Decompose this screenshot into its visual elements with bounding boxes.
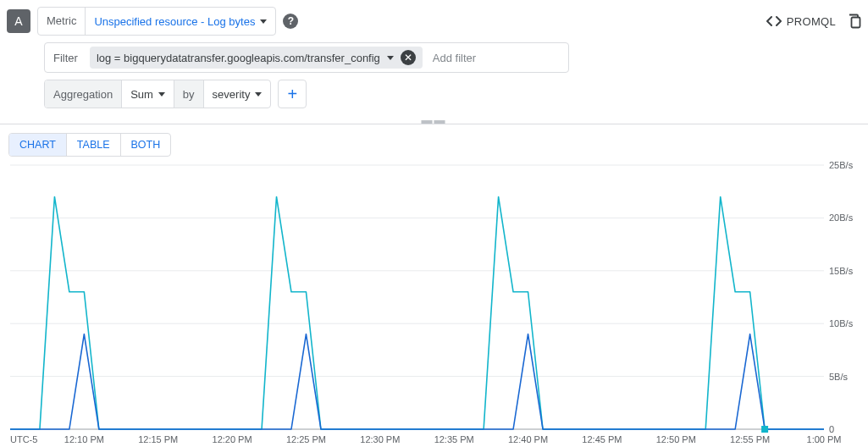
svg-text:10B/s: 10B/s [829, 318, 854, 328]
chevron-down-icon [260, 19, 267, 24]
metric-label: Metric [38, 8, 86, 35]
svg-text:12:30 PM: 12:30 PM [360, 434, 400, 444]
svg-text:5B/s: 5B/s [829, 372, 849, 382]
view-tabs: CHART TABLE BOTH [8, 133, 171, 157]
chevron-down-icon [387, 56, 394, 60]
tab-chart[interactable]: CHART [9, 134, 67, 156]
svg-text:12:20 PM: 12:20 PM [213, 434, 252, 444]
aggregation-func[interactable]: Sum [122, 80, 174, 108]
svg-text:12:10 PM: 12:10 PM [64, 434, 104, 444]
metric-value-text: Unspecified resource - Log bytes [94, 15, 255, 28]
tab-both[interactable]: BOTH [121, 134, 171, 156]
svg-text:UTC-5: UTC-5 [10, 434, 37, 444]
aggregation-by-text: severity [213, 88, 251, 101]
aggregation-func-text: Sum [130, 88, 153, 101]
aggregation-selector[interactable]: Aggregation Sum by severity [44, 80, 271, 108]
copy-icon[interactable] [848, 14, 861, 29]
help-icon[interactable]: ? [283, 14, 298, 29]
resize-handle-icon[interactable]: ▬▬ [0, 115, 868, 124]
add-aggregation-button[interactable]: + [278, 80, 307, 108]
svg-text:12:40 PM: 12:40 PM [508, 434, 548, 444]
aggregation-by[interactable]: severity [204, 80, 271, 108]
svg-rect-25 [761, 426, 768, 433]
add-filter-input[interactable]: Add filter [423, 52, 568, 64]
svg-text:12:55 PM: 12:55 PM [730, 434, 770, 444]
svg-text:1:00 PM: 1:00 PM [807, 434, 842, 444]
svg-text:20B/s: 20B/s [829, 212, 854, 223]
metric-value[interactable]: Unspecified resource - Log bytes [86, 15, 275, 28]
promql-button[interactable]: PROMQL [766, 15, 836, 28]
code-icon [766, 15, 782, 27]
aggregation-label: Aggregation [45, 80, 122, 108]
by-label: by [174, 80, 204, 108]
query-badge[interactable]: A [7, 9, 30, 33]
chart[interactable]: 05B/s10B/s15B/s20B/s25B/sUTC-512:10 PM12… [7, 160, 861, 447]
filter-label: Filter [45, 52, 86, 64]
svg-text:25B/s: 25B/s [829, 160, 854, 170]
svg-text:12:15 PM: 12:15 PM [138, 434, 178, 444]
svg-text:0: 0 [829, 424, 834, 434]
svg-rect-0 [852, 18, 860, 28]
filter-chip[interactable]: log = bigquerydatatransfer.googleapis.co… [90, 47, 423, 69]
svg-text:12:35 PM: 12:35 PM [434, 434, 474, 444]
filter-box[interactable]: Filter log = bigquerydatatransfer.google… [44, 42, 569, 73]
close-icon[interactable]: ✕ [401, 50, 416, 65]
promql-label: PROMQL [787, 15, 836, 28]
chevron-down-icon [158, 92, 165, 97]
svg-text:12:25 PM: 12:25 PM [286, 434, 326, 444]
svg-text:12:45 PM: 12:45 PM [582, 434, 622, 444]
svg-text:15B/s: 15B/s [829, 266, 854, 276]
filter-chip-text: log = bigquerydatatransfer.googleapis.co… [97, 52, 380, 64]
metric-selector[interactable]: Metric Unspecified resource - Log bytes [37, 7, 276, 36]
svg-text:12:50 PM: 12:50 PM [656, 434, 696, 444]
tab-table[interactable]: TABLE [67, 134, 121, 156]
chevron-down-icon [255, 92, 262, 97]
